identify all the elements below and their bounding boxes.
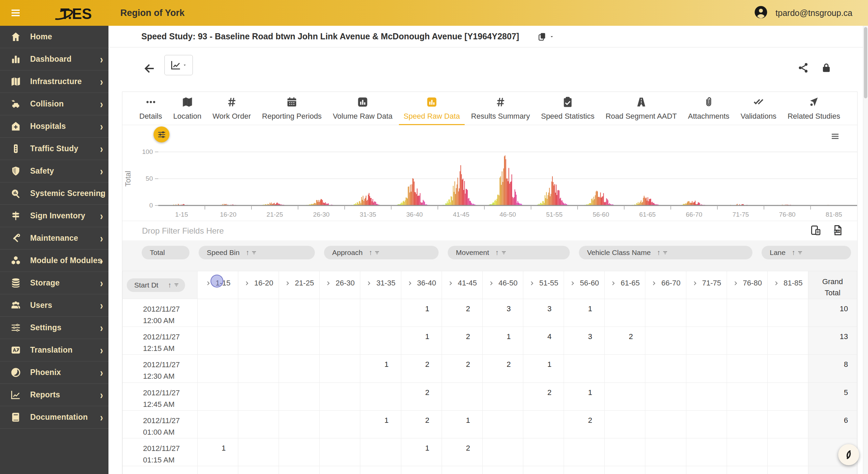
sidebar-item-module-of-modules[interactable]: Module of Modules› bbox=[0, 250, 108, 272]
svg-text:1-15: 1-15 bbox=[175, 211, 188, 218]
export-xlsx-button[interactable]: XLSX bbox=[832, 224, 844, 237]
sidebar-item-users[interactable]: Users› bbox=[0, 294, 108, 317]
tab-validations[interactable]: Validations bbox=[738, 92, 779, 125]
sidebar-item-hospitals[interactable]: Hospitals› bbox=[0, 115, 108, 138]
sidebar-item-safety[interactable]: Safety› bbox=[0, 160, 108, 182]
field-chooser-button[interactable] bbox=[810, 224, 821, 237]
topbar: T.ES Region of York tpardo@tnsgroup.ca bbox=[0, 0, 868, 26]
tab-road-segment-aadt[interactable]: Road Segment AADT bbox=[603, 92, 680, 125]
tab-speed-statistics[interactable]: Speed Statistics bbox=[538, 92, 597, 125]
copy-study-button[interactable] bbox=[537, 32, 554, 42]
title-row: Speed Study: 93 - Baseline Road btwn Joh… bbox=[108, 26, 868, 47]
sidebar-item-documentation[interactable]: Documentation› bbox=[0, 406, 108, 429]
field-chip-lane[interactable]: Lane↑ bbox=[762, 246, 851, 259]
tab-location[interactable]: Location bbox=[170, 92, 204, 125]
column-header-76-80[interactable]: 76-80 bbox=[727, 271, 767, 299]
signpost-icon bbox=[10, 210, 21, 221]
chevron-right-icon: › bbox=[100, 367, 103, 378]
row-date-cell: 2012/11/27 12:00 AM bbox=[123, 299, 198, 327]
svg-text:21-25: 21-25 bbox=[266, 211, 283, 218]
column-header-81-85[interactable]: 81-85 bbox=[767, 271, 808, 299]
sidebar-item-reports[interactable]: Reports› bbox=[0, 384, 108, 406]
hamburger-menu-icon[interactable] bbox=[9, 7, 22, 19]
sidebar-item-settings[interactable]: Settings› bbox=[0, 317, 108, 339]
sidebar-item-collision[interactable]: Collision› bbox=[0, 93, 108, 115]
field-chip-movement[interactable]: Movement↑ bbox=[448, 246, 570, 259]
lock-button[interactable] bbox=[820, 62, 832, 74]
sidebar-item-translation[interactable]: Translation› bbox=[0, 339, 108, 361]
chart-type-dropdown-button[interactable] bbox=[164, 55, 193, 75]
column-header-36-40[interactable]: 36-40 bbox=[401, 271, 442, 299]
home-icon bbox=[10, 31, 21, 42]
sidebar-item-sign-inventory[interactable]: Sign Inventory› bbox=[0, 205, 108, 227]
tab-volume-raw-data[interactable]: Volume Raw Data bbox=[330, 92, 395, 125]
chevron-right-icon: › bbox=[100, 121, 103, 132]
page-scrollbar[interactable] bbox=[863, 26, 868, 474]
field-chip-approach[interactable]: Approach↑ bbox=[324, 246, 439, 259]
row-field-chip-start-dt[interactable]: Start Dt↑ bbox=[127, 278, 185, 292]
pivot-value-cell bbox=[605, 299, 645, 327]
tab-results-summary[interactable]: Results Summary bbox=[468, 92, 533, 125]
sidebar-item-phoenix[interactable]: Phoenix› bbox=[0, 361, 108, 384]
sort-filter-icons[interactable]: ↑ bbox=[495, 249, 507, 257]
column-header-label: 71-75 bbox=[702, 279, 721, 288]
column-header-label: 46-50 bbox=[499, 279, 518, 288]
sort-filter-icons[interactable]: ↑ bbox=[369, 249, 380, 257]
sort-filter-icons[interactable]: ↑ bbox=[657, 249, 668, 257]
sidebar-item-infrastructure[interactable]: Infrastructure› bbox=[0, 71, 108, 93]
chevron-right-icon bbox=[529, 280, 536, 287]
sort-filter-icons[interactable]: ↑ bbox=[168, 281, 179, 289]
column-header-41-45[interactable]: 41-45 bbox=[442, 271, 482, 299]
sidebar-item-traffic-study[interactable]: Traffic Study› bbox=[0, 138, 108, 160]
user-box[interactable]: tpardo@tnsgroup.ca bbox=[754, 5, 852, 21]
column-header-71-75[interactable]: 71-75 bbox=[686, 271, 727, 299]
column-header-66-70[interactable]: 66-70 bbox=[645, 271, 686, 299]
share-button[interactable] bbox=[797, 62, 809, 74]
chevron-right-icon: › bbox=[100, 143, 103, 154]
column-header-56-60[interactable]: 56-60 bbox=[564, 271, 605, 299]
column-header-51-55[interactable]: 51-55 bbox=[523, 271, 564, 299]
sidebar-item-dashboard[interactable]: Dashboard› bbox=[0, 48, 108, 71]
svg-text:51-55: 51-55 bbox=[546, 211, 563, 218]
chevron-right-icon: › bbox=[100, 300, 103, 311]
sidebar-item-home[interactable]: Home bbox=[0, 26, 108, 48]
tab-work-order[interactable]: Work Order bbox=[210, 92, 254, 125]
pivot-table-wrap: Start Dt↑1-1516-2021-2526-3031-3536-4041… bbox=[122, 271, 857, 474]
column-header-26-30[interactable]: 26-30 bbox=[320, 271, 360, 299]
tab-attachments[interactable]: Attachments bbox=[685, 92, 732, 125]
column-header-31-35[interactable]: 31-35 bbox=[360, 271, 401, 299]
field-chip-speed-bin[interactable]: Speed Bin↑ bbox=[199, 246, 315, 259]
back-button[interactable] bbox=[142, 62, 156, 77]
sort-filter-icons[interactable]: ↑ bbox=[246, 249, 257, 257]
pivot-value-cell bbox=[279, 355, 320, 382]
sidebar-item-systemic-screening[interactable]: Systemic Screening› bbox=[0, 182, 108, 205]
sidebar-item-maintenance[interactable]: Maintenance› bbox=[0, 227, 108, 250]
feedback-fab-button[interactable] bbox=[838, 444, 859, 465]
field-chip-total[interactable]: Total bbox=[142, 246, 189, 259]
sort-filter-icons[interactable]: ↑ bbox=[792, 249, 803, 257]
pivot-value-cell bbox=[238, 327, 279, 355]
tab-details[interactable]: Details bbox=[137, 92, 165, 125]
pivot-value-cell bbox=[320, 382, 360, 410]
tab-related-studies[interactable]: Related Studies bbox=[785, 92, 843, 125]
chip-label: Movement bbox=[456, 249, 489, 257]
pivot-value-cell bbox=[605, 410, 645, 438]
car-crash-icon bbox=[10, 98, 21, 110]
pivot-value-cell: 2 bbox=[442, 355, 482, 382]
scrollbar-thumb[interactable] bbox=[864, 27, 867, 98]
filter-drop-area[interactable]: Drop Filter Fields Here XLSX bbox=[122, 221, 857, 240]
row-grand-total-cell: 6 bbox=[808, 410, 857, 438]
field-chip-vehicle-class-name[interactable]: Vehicle Class Name↑ bbox=[579, 246, 752, 259]
chart-context-menu-button[interactable] bbox=[830, 131, 840, 143]
tab-speed-raw-data[interactable]: Speed Raw Data bbox=[401, 92, 463, 125]
sidebar-item-storage[interactable]: Storage› bbox=[0, 272, 108, 294]
column-header-16-20[interactable]: 16-20 bbox=[238, 271, 279, 299]
tab-reporting-periods[interactable]: Reporting Periods bbox=[259, 92, 324, 125]
column-header-label: 31-35 bbox=[376, 279, 395, 288]
pivot-value-cell bbox=[605, 355, 645, 382]
column-header-46-50[interactable]: 46-50 bbox=[482, 271, 523, 299]
column-header-61-65[interactable]: 61-65 bbox=[605, 271, 645, 299]
chart-settings-button[interactable] bbox=[154, 126, 169, 142]
column-header-21-25[interactable]: 21-25 bbox=[279, 271, 320, 299]
chevron-right-icon: › bbox=[100, 233, 103, 244]
